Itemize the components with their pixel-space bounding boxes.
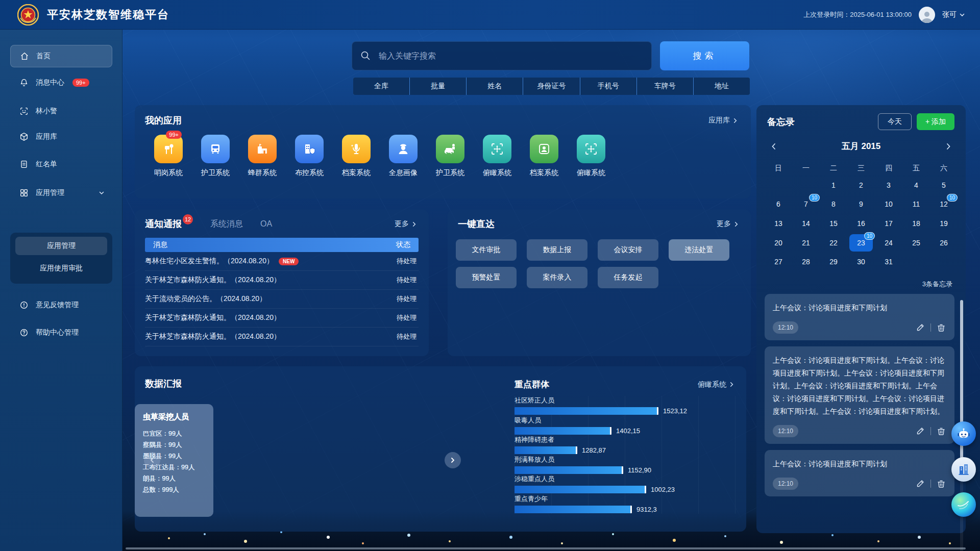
quick-action-button[interactable]: 会议安排 bbox=[598, 239, 658, 261]
calendar-day-cell[interactable]: 25 bbox=[902, 233, 930, 253]
calendar-day-cell[interactable]: 17 bbox=[875, 214, 902, 233]
search-filter-tab[interactable]: 车牌号 bbox=[637, 78, 693, 95]
app-tile-dangan-photo[interactable]: 档案系统 bbox=[521, 135, 568, 178]
calendar-day-cell[interactable]: 22 bbox=[820, 233, 847, 253]
calendar-day-cell[interactable]: 11 bbox=[902, 195, 930, 214]
sidebar-item-app-management[interactable]: 应用管理 bbox=[10, 182, 112, 204]
calendar-day-cell[interactable]: 14 bbox=[792, 214, 820, 233]
calendar-day-cell[interactable]: 10 bbox=[875, 195, 902, 214]
search-input[interactable] bbox=[352, 41, 652, 70]
calendar-day-cell[interactable]: 18 bbox=[902, 214, 930, 233]
notice-row[interactable]: 关于流动党员的公告。（2024.08.20） 待处理 bbox=[145, 290, 419, 309]
calendar-day-cell[interactable]: 26 bbox=[930, 233, 958, 253]
quick-action-button[interactable]: 案件录入 bbox=[527, 267, 587, 288]
delete-memo-button[interactable] bbox=[936, 479, 946, 489]
tab-system-messages[interactable]: 系统消息 bbox=[210, 219, 243, 230]
notice-row[interactable]: 粤林住宅小区发生警情。（2024.08.20） NEW 待处理 bbox=[145, 252, 419, 271]
sidebar-item-linxiaojing[interactable]: 林小警 bbox=[10, 100, 112, 122]
calendar-day-cell[interactable]: 30 bbox=[847, 252, 875, 271]
sidebar-item-feedback-management[interactable]: 意见反馈管理 bbox=[10, 294, 112, 316]
sidebar-item-help-center-management[interactable]: 帮助中心管理 bbox=[10, 321, 112, 344]
edit-memo-button[interactable] bbox=[915, 322, 925, 333]
calendar-day-cell[interactable] bbox=[765, 176, 792, 195]
quick-action-button[interactable]: 任务发起 bbox=[598, 267, 658, 288]
horizontal-scrollbar[interactable] bbox=[126, 547, 966, 549]
app-tile-fengqun[interactable]: 蜂群系统 bbox=[239, 135, 286, 178]
app-tile-fukan-1[interactable]: 俯瞰系统 bbox=[474, 135, 521, 178]
calendar-day-cell[interactable]: 4 bbox=[902, 176, 930, 195]
edit-memo-button[interactable] bbox=[915, 426, 925, 436]
search-filter-tab[interactable]: 身份证号 bbox=[523, 78, 579, 95]
memo-card[interactable]: 上午会议：讨论项目进度和下周计划 12:10 bbox=[765, 294, 954, 340]
search-filter-tab[interactable]: 全库 bbox=[353, 78, 409, 95]
notice-row[interactable]: 关于林芝市森林防火通知。（2024.08.20） 待处理 bbox=[145, 309, 419, 328]
calendar-day-cell[interactable]: 15 bbox=[820, 214, 847, 233]
search-filter-tab[interactable]: 批量 bbox=[410, 78, 466, 95]
app-library-link[interactable]: 应用库 bbox=[708, 116, 739, 125]
calendar-day-cell[interactable]: 21 bbox=[792, 233, 820, 253]
app-tile-fukan-2[interactable]: 俯瞰系统 bbox=[568, 135, 615, 178]
sidebar-item-messages[interactable]: 消息中心 99+ bbox=[10, 71, 112, 94]
memo-card[interactable]: 上午会议：讨论项目进度和下周计划 12:10 bbox=[765, 450, 954, 496]
tab-oa[interactable]: OA bbox=[260, 219, 272, 229]
calendar-day-cell[interactable]: 29 bbox=[820, 252, 847, 271]
search-button[interactable]: 搜索 bbox=[660, 41, 749, 70]
chart-system-link[interactable]: 俯瞰系统 bbox=[698, 380, 735, 389]
calendar-day-cell[interactable]: 31 bbox=[875, 252, 902, 271]
calendar-prev-icon[interactable] bbox=[770, 142, 778, 151]
app-tile-bukong[interactable]: 布控系统 bbox=[286, 135, 333, 178]
delete-memo-button[interactable] bbox=[936, 426, 946, 436]
calendar-day-cell[interactable]: 19 bbox=[930, 214, 958, 233]
submenu-item-app-management[interactable]: 应用管理 bbox=[15, 237, 107, 255]
calendar-day-cell[interactable]: 27 bbox=[765, 252, 792, 271]
search-filter-tab[interactable]: 地址 bbox=[694, 78, 750, 95]
add-memo-button[interactable]: + 添加 bbox=[917, 113, 954, 130]
notice-row[interactable]: 关于林芝市森林防火通知。（2024.08.20） 待处理 bbox=[145, 271, 419, 290]
sidebar-item-red-list[interactable]: 红名单 bbox=[10, 153, 112, 176]
app-tile-huwei-bus[interactable]: 护卫系统 bbox=[192, 135, 239, 178]
search-filter-tab[interactable]: 姓名 bbox=[467, 78, 523, 95]
search-filter-tab[interactable]: 手机号 bbox=[580, 78, 636, 95]
calendar-day-cell[interactable]: 2 bbox=[847, 176, 875, 195]
submenu-item-app-usage-approval[interactable]: 应用使用审批 bbox=[15, 259, 107, 278]
calendar-day-cell[interactable]: 1 bbox=[820, 176, 847, 195]
memo-card[interactable]: 上午会议：讨论项目进度和下周计划。上午会议：讨论项目进度和下周计划。上午会议：讨… bbox=[765, 346, 954, 444]
quick-action-button[interactable]: 文件审批 bbox=[456, 239, 517, 261]
calendar-day-cell[interactable]: 9 bbox=[847, 195, 875, 214]
calendar-day-cell[interactable]: 23 10 bbox=[847, 233, 875, 253]
calendar-day-cell[interactable]: 24 bbox=[875, 233, 902, 253]
sidebar-item-home[interactable]: 首页 bbox=[10, 45, 112, 67]
quick-action-button[interactable]: 违法处置 bbox=[669, 239, 729, 261]
edit-memo-button[interactable] bbox=[915, 479, 925, 489]
quick-action-button[interactable]: 数据上报 bbox=[527, 239, 587, 261]
quick-actions-more-link[interactable]: 更多 bbox=[717, 219, 740, 229]
delete-memo-button[interactable] bbox=[936, 322, 946, 333]
calendar-day-cell[interactable]: 8 bbox=[820, 195, 847, 214]
calendar-day-cell[interactable]: 16 bbox=[847, 214, 875, 233]
person-card[interactable]: 虫草采挖人员 巴宜区：99人察隅县：99人墨脱县：99人工布江达县：99人朗县：… bbox=[135, 404, 213, 517]
calendar-day-cell[interactable] bbox=[792, 176, 820, 195]
today-button[interactable]: 今天 bbox=[878, 113, 912, 130]
sidebar-item-app-library[interactable]: 应用库 bbox=[10, 126, 112, 148]
calendar-day-cell[interactable]: 7 10 bbox=[792, 195, 820, 214]
notice-row[interactable]: 关于林芝市森林防火通知。（2024.08.20） 待处理 bbox=[145, 328, 419, 346]
calendar-day-cell[interactable] bbox=[930, 252, 958, 271]
user-menu[interactable]: 张可 bbox=[942, 10, 966, 19]
app-tile-huwei-car[interactable]: 护卫系统 bbox=[427, 135, 474, 178]
calendar-day-cell[interactable]: 12 10 bbox=[930, 195, 958, 214]
calendar-day-cell[interactable]: 13 bbox=[765, 214, 792, 233]
calendar-day-cell[interactable] bbox=[902, 252, 930, 271]
quick-action-button[interactable]: 预警处置 bbox=[456, 267, 517, 288]
avatar[interactable] bbox=[919, 7, 935, 23]
calendar-day-cell[interactable]: 28 bbox=[792, 252, 820, 271]
calendar-day-cell[interactable]: 20 bbox=[765, 233, 792, 253]
calendar-day-cell[interactable]: 6 bbox=[765, 195, 792, 214]
globe-shortcut-button[interactable] bbox=[951, 492, 976, 517]
calendar-day-cell[interactable]: 3 bbox=[875, 176, 902, 195]
calendar-next-icon[interactable] bbox=[944, 142, 952, 151]
app-tile-quanxi[interactable]: 全息画像 bbox=[380, 135, 427, 178]
app-tile-dangan-mic[interactable]: 档案系统 bbox=[333, 135, 380, 178]
carousel-next-button[interactable] bbox=[445, 452, 461, 468]
ai-assistant-button[interactable] bbox=[951, 421, 976, 446]
calendar-day-cell[interactable]: 5 bbox=[930, 176, 958, 195]
